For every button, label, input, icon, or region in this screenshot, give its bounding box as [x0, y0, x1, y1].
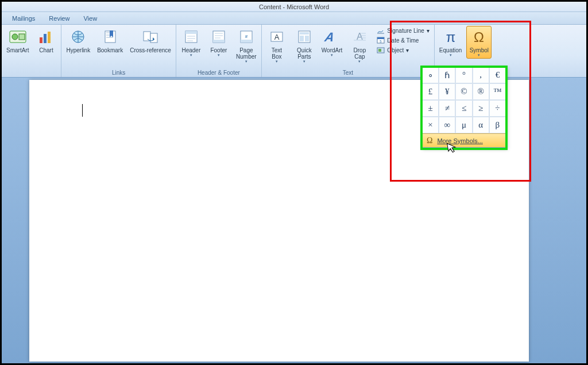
svg-rect-22 — [300, 36, 304, 41]
header-button[interactable]: Header ▾ — [179, 26, 204, 59]
symbol-cell[interactable]: ɦ — [439, 67, 455, 83]
symbol-cell[interactable]: ° — [455, 67, 472, 83]
crossref-button[interactable]: Cross-reference — [127, 26, 173, 55]
smartart-button[interactable]: SmartArt — [4, 26, 31, 55]
date-time-button[interactable]: 5 Date & Time — [374, 36, 432, 45]
signature-line-button[interactable]: Signature Line ▾ — [374, 26, 432, 35]
quickparts-label: Quick Parts — [297, 47, 312, 60]
omega-icon: Ω — [427, 136, 432, 145]
tab-view[interactable]: View — [76, 15, 104, 22]
svg-text:A: A — [274, 33, 280, 41]
symbol-cell[interactable]: α — [473, 117, 489, 133]
dropdown-icon: ▾ — [331, 53, 333, 57]
wordart-icon: A — [323, 28, 341, 46]
svg-rect-8 — [144, 32, 150, 41]
symbol-button[interactable]: Ω Symbol ▾ — [466, 26, 492, 59]
svg-text:#: # — [245, 34, 248, 39]
date-time-label: Date & Time — [387, 37, 419, 44]
symbol-cell[interactable]: ÷ — [489, 100, 506, 117]
crossref-icon — [141, 28, 160, 46]
symbol-cell[interactable]: € — [489, 67, 506, 83]
bookmark-label: Bookmark — [97, 47, 123, 53]
symbol-cell[interactable]: ∞ — [439, 117, 455, 133]
symbol-cell[interactable]: © — [455, 83, 472, 100]
dropdown-icon: ▾ — [190, 53, 192, 57]
group-illustrations: SmartArt Chart — [2, 25, 61, 77]
dropdown-icon: ▾ — [303, 60, 305, 63]
symbol-cell[interactable]: £ — [422, 83, 439, 100]
svg-text:Ω: Ω — [474, 29, 484, 45]
dropdown-icon: ▾ — [427, 28, 430, 34]
page-number-button[interactable]: # Page Number ▾ — [234, 26, 259, 65]
page-number-label: Page Number — [236, 47, 257, 60]
bookmark-icon — [101, 28, 119, 46]
chart-label: Chart — [39, 47, 53, 53]
symbol-cell[interactable]: ≥ — [473, 100, 489, 117]
object-label: Object — [387, 47, 404, 53]
symbol-cell[interactable]: ≠ — [439, 100, 455, 117]
bookmark-button[interactable]: Bookmark — [95, 26, 125, 55]
svg-rect-30 — [378, 49, 381, 52]
dropdown-icon: ▾ — [218, 53, 220, 57]
group-links-label: Links — [64, 70, 173, 76]
svg-rect-5 — [48, 32, 51, 43]
text-small-commands: Signature Line ▾ 5 Date & Time Object ▾ — [374, 26, 432, 55]
quickparts-button[interactable]: Quick Parts ▾ — [292, 26, 317, 65]
dropdown-icon: ▾ — [406, 47, 409, 53]
footer-icon — [210, 28, 228, 46]
group-text: A Text Box ▾ Quick Parts ▾ A WordA — [262, 25, 435, 77]
crossref-label: Cross-reference — [130, 47, 171, 53]
symbol-cell[interactable]: ∘ — [422, 67, 439, 83]
svg-rect-23 — [305, 36, 309, 41]
symbol-icon: Ω — [470, 28, 488, 46]
symbol-cell[interactable]: , — [473, 67, 489, 83]
chart-icon — [37, 28, 55, 46]
footer-button[interactable]: Footer ▾ — [206, 26, 231, 59]
group-illustrations-label — [4, 70, 59, 76]
dropcap-label: Drop Cap — [354, 47, 366, 60]
text-cursor — [82, 104, 83, 117]
dropdown-icon: ▾ — [450, 53, 452, 57]
date-time-icon: 5 — [377, 36, 385, 44]
symbol-cell[interactable]: ® — [473, 83, 489, 100]
more-symbols-label: More Symbols... — [437, 137, 482, 144]
group-links: Hyperlink Bookmark Cross-reference Links — [61, 25, 176, 77]
svg-rect-3 — [40, 37, 42, 43]
symbol-cell[interactable]: μ — [455, 117, 472, 133]
dropdown-icon: ▾ — [245, 60, 247, 63]
equation-icon: π — [442, 28, 460, 46]
hyperlink-icon — [69, 28, 87, 46]
svg-rect-21 — [300, 32, 309, 34]
object-button[interactable]: Object ▾ — [374, 45, 432, 55]
symbol-cell[interactable]: ¥ — [439, 83, 455, 100]
svg-rect-12 — [185, 31, 197, 34]
more-symbols-button[interactable]: Ω More Symbols... — [422, 133, 506, 147]
symbol-grid: ∘ɦ°,€£¥©®™±≠≤≥÷×∞μαβ — [422, 67, 506, 133]
smartart-icon — [9, 28, 27, 46]
smartart-label: SmartArt — [6, 47, 29, 53]
svg-rect-2 — [19, 34, 25, 40]
symbol-cell[interactable]: ± — [422, 100, 439, 117]
page-number-icon: # — [237, 28, 256, 46]
symbol-cell[interactable]: × — [422, 117, 439, 133]
chart-button[interactable]: Chart — [33, 26, 59, 55]
svg-text:A: A — [323, 30, 336, 44]
symbol-cell[interactable]: ™ — [489, 83, 506, 100]
group-hf-label: Header & Footer — [179, 70, 259, 76]
tab-review[interactable]: Review — [42, 15, 76, 22]
group-text-label: Text — [264, 70, 432, 76]
header-icon — [182, 28, 200, 46]
dropdown-icon: ▾ — [358, 60, 361, 63]
symbol-cell[interactable]: β — [489, 117, 506, 133]
equation-button[interactable]: π Equation ▾ — [437, 26, 464, 59]
object-icon — [377, 46, 385, 54]
symbol-dropdown: ∘ɦ°,€£¥©®™±≠≤≥÷×∞μαβ Ω More Symbols... — [421, 66, 506, 148]
tab-mailings[interactable]: Mailings — [5, 15, 42, 22]
dropcap-button[interactable]: A Drop Cap ▾ — [347, 26, 372, 65]
symbol-cell[interactable]: ≤ — [455, 100, 472, 117]
quickparts-icon — [295, 28, 314, 46]
hyperlink-button[interactable]: Hyperlink — [64, 26, 92, 55]
textbox-button[interactable]: A Text Box ▾ — [264, 26, 289, 65]
group-header-footer: Header ▾ Footer ▾ # Page Number ▾ — [176, 25, 262, 77]
wordart-button[interactable]: A WordArt ▾ — [319, 26, 345, 59]
